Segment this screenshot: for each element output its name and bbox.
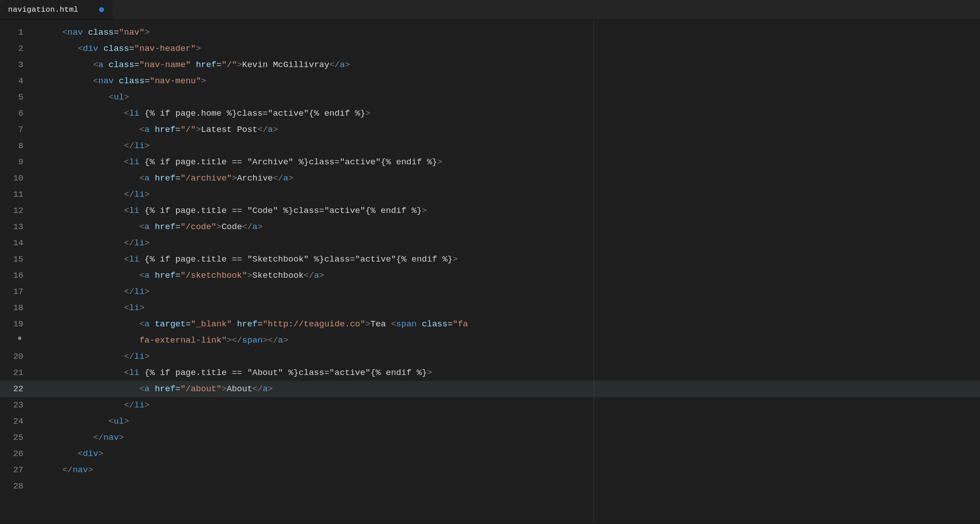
line-number: 15 [0, 251, 32, 267]
line-number: 2 [0, 41, 32, 57]
code-line[interactable]: </li> [32, 348, 980, 365]
line-number: 26 [0, 446, 32, 462]
line-number: 14 [0, 235, 32, 251]
line-number: 5 [0, 89, 32, 105]
line-number: 13 [0, 219, 32, 235]
code-line[interactable]: <li {% if page.title == "Code" %}class="… [32, 203, 980, 219]
code-line[interactable]: </li> [32, 397, 980, 413]
code-line[interactable]: <li> [32, 300, 980, 316]
line-number: 9 [0, 154, 32, 170]
line-number-gutter: 12345678910111213141516171819•2021222324… [0, 20, 32, 524]
code-line[interactable]: <li {% if page.title == "About" %}class=… [32, 365, 980, 381]
tab-navigation-html[interactable]: navigation.html [0, 0, 113, 19]
code-line[interactable]: </nav> [32, 429, 980, 446]
code-line[interactable]: <ul> [32, 89, 980, 105]
code-line[interactable]: </li> [32, 186, 980, 203]
line-number: 19 [0, 316, 32, 332]
code-line[interactable]: <li {% if page.title == "Sketchbook" %}c… [32, 251, 980, 267]
code-line[interactable]: <a class="nav-name" href="/">Kevin McGil… [32, 57, 980, 73]
line-number: 28 [0, 478, 32, 494]
line-number: 8 [0, 138, 32, 154]
line-number: 12 [0, 203, 32, 219]
line-number: 20 [0, 348, 32, 365]
code-line[interactable]: <a href="/code">Code</a> [32, 219, 980, 235]
code-line[interactable]: </li> [32, 235, 980, 251]
code-line[interactable]: <a target="_blank" href="http://teaguide… [32, 316, 980, 332]
code-line[interactable]: <ul> [32, 413, 980, 429]
code-line[interactable]: fa-external-link"></span></a> [32, 332, 980, 348]
code-line[interactable]: </nav> [32, 462, 980, 478]
line-number: 21 [0, 365, 32, 381]
line-number: 17 [0, 284, 32, 300]
line-number: 25 [0, 429, 32, 446]
line-number: 24 [0, 413, 32, 429]
line-number: 18 [0, 300, 32, 316]
line-number: 6 [0, 105, 32, 122]
line-number: 16 [0, 267, 32, 284]
code-line[interactable]: <nav class="nav-menu"> [32, 73, 980, 89]
code-line[interactable]: <a href="/">Latest Post</a> [32, 122, 980, 138]
line-number: 27 [0, 462, 32, 478]
editor-window: navigation.html 123456789101112131415161… [0, 0, 980, 524]
code-line[interactable]: <a href="/archive">Archive</a> [32, 170, 980, 186]
code-line[interactable]: <a href="/about">About</a> [32, 381, 980, 397]
code-line[interactable]: </li> [32, 138, 980, 154]
line-number: 10 [0, 170, 32, 186]
code-line[interactable]: <a href="/sketchbook">Sketchbook</a> [32, 267, 980, 284]
line-number: 1 [0, 24, 32, 41]
code-line[interactable]: <li {% if page.home %}class="active"{% e… [32, 105, 980, 122]
line-number: 23 [0, 397, 32, 413]
code-line[interactable]: <nav class="nav"> [32, 24, 980, 41]
line-number: 3 [0, 57, 32, 73]
line-number: 7 [0, 122, 32, 138]
line-number: • [0, 332, 32, 348]
line-number: 22 [0, 381, 32, 397]
code-content[interactable]: <nav class="nav"> <div class="nav-header… [32, 20, 980, 524]
code-line[interactable] [32, 478, 980, 494]
tab-bar: navigation.html [0, 0, 980, 20]
editor-area[interactable]: 12345678910111213141516171819•2021222324… [0, 20, 980, 524]
line-number: 4 [0, 73, 32, 89]
editor-ruler [594, 20, 594, 524]
line-number: 11 [0, 186, 32, 203]
code-line[interactable]: <div> [32, 446, 980, 462]
code-line[interactable]: <div class="nav-header"> [32, 41, 980, 57]
code-line[interactable]: </li> [32, 284, 980, 300]
tab-label: navigation.html [8, 5, 78, 14]
modified-indicator-icon [99, 7, 104, 12]
code-line[interactable]: <li {% if page.title == "Archive" %}clas… [32, 154, 980, 170]
